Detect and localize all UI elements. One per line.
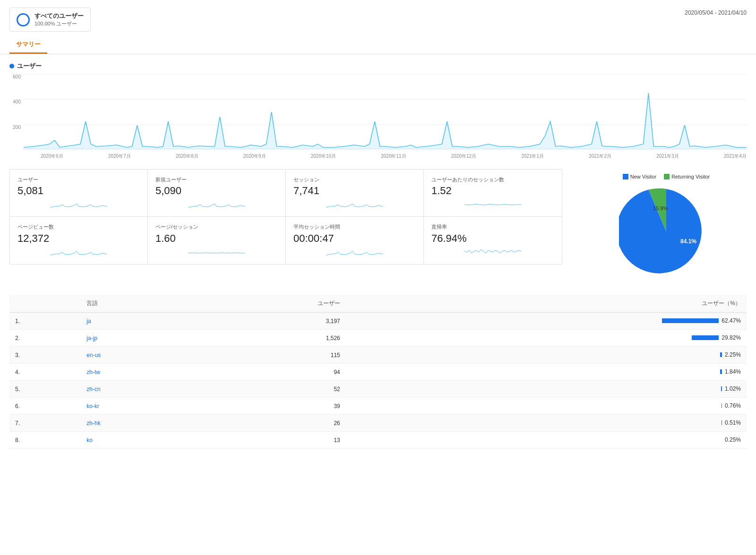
cell-rank: 5. bbox=[9, 381, 81, 398]
cell-rank: 4. bbox=[9, 364, 81, 381]
bar-wrap: 0.76% bbox=[722, 402, 741, 409]
cell-rank: 2. bbox=[9, 330, 81, 347]
cell-lang: zh-hk bbox=[81, 415, 194, 432]
lang-link-7[interactable]: ko bbox=[86, 437, 93, 444]
table-row: 2. ja-jp 1,526 29.82% bbox=[9, 330, 747, 347]
x-label-1: 2020年7月 bbox=[108, 153, 131, 160]
cell-pct: 1.84% bbox=[346, 364, 747, 381]
main-content: ユーザー 600 400 200 bbox=[0, 54, 756, 456]
metric-pageviews-title: ページビュー数 bbox=[17, 223, 140, 230]
pie-new-pct-label: 84.1% bbox=[680, 238, 696, 245]
bar-wrap: 1.84% bbox=[720, 368, 741, 375]
bar-wrap: 62.47% bbox=[662, 317, 741, 324]
metric-pageviews-value: 12,372 bbox=[17, 232, 140, 245]
cell-rank: 7. bbox=[9, 415, 81, 432]
chart-y-labels: 600 400 200 bbox=[9, 74, 24, 150]
cell-pct: 62.47% bbox=[346, 313, 747, 330]
cell-lang: en-us bbox=[81, 347, 194, 364]
metric-sessions-per-user: ユーザーあたりのセッション数 1.52 bbox=[424, 170, 562, 216]
lang-link-2[interactable]: en-us bbox=[86, 352, 101, 359]
bar-fill bbox=[662, 318, 719, 323]
table-row: 1. ja 3,197 62.47% bbox=[9, 313, 747, 330]
cell-users: 13 bbox=[195, 432, 346, 449]
cell-rank: 1. bbox=[9, 313, 81, 330]
lang-link-3[interactable]: zh-tw bbox=[86, 369, 100, 376]
metric-sessions-title: セッション bbox=[293, 176, 416, 183]
chart-legend-label: ユーザー bbox=[17, 62, 42, 70]
lang-link-5[interactable]: ko-kr bbox=[86, 403, 99, 410]
tab-summary[interactable]: サマリー bbox=[9, 36, 47, 54]
metric-pageviews: ページビュー数 12,372 bbox=[10, 217, 148, 264]
y-label-200: 200 bbox=[9, 125, 21, 130]
lang-link-6[interactable]: zh-hk bbox=[86, 420, 100, 427]
main-chart-svg bbox=[24, 74, 747, 150]
bar-fill bbox=[720, 352, 722, 357]
metric-bounce-rate-value: 76.94% bbox=[431, 232, 554, 245]
pie-section: New Visitor Returning Visitor 84.1% 15.9… bbox=[572, 169, 756, 283]
col-lang: 言語 bbox=[81, 295, 194, 313]
pie-legend-returning: Returning Visitor bbox=[664, 174, 710, 179]
metric-users: ユーザー 5,081 bbox=[10, 170, 148, 216]
metric-sessions-per-user-title: ユーザーあたりのセッション数 bbox=[431, 176, 554, 183]
x-label-9: 2021年3月 bbox=[656, 153, 679, 160]
cell-users: 39 bbox=[195, 398, 346, 415]
spark-bounce-rate bbox=[431, 247, 554, 256]
table-body: 1. ja 3,197 62.47% 2. ja-jp 1,526 29.82%… bbox=[9, 313, 747, 449]
pct-text: 0.51% bbox=[725, 419, 741, 426]
x-label-6: 2020年12月 bbox=[451, 153, 476, 160]
pie-legend: New Visitor Returning Visitor bbox=[623, 174, 710, 179]
y-label-400: 400 bbox=[9, 99, 21, 104]
cell-rank: 6. bbox=[9, 398, 81, 415]
cell-lang: ja-jp bbox=[81, 330, 194, 347]
metrics-bottom-row: ページビュー数 12,372 ページ/セッション 1.60 平均セッション時間 … bbox=[9, 217, 562, 264]
x-label-2: 2020年8月 bbox=[176, 153, 198, 160]
metric-pages-per-session-value: 1.60 bbox=[155, 232, 278, 245]
cell-users: 1,526 bbox=[195, 330, 346, 347]
chart-area: 600 400 200 2020年6月 bbox=[9, 74, 747, 160]
table-row: 4. zh-tw 94 1.84% bbox=[9, 364, 747, 381]
lang-link-4[interactable]: zh-cn bbox=[86, 386, 100, 393]
segment-icon bbox=[17, 13, 30, 26]
pct-text: 2.25% bbox=[725, 351, 741, 358]
bar-fill bbox=[722, 420, 722, 425]
metric-sessions: セッション 7,741 bbox=[286, 170, 424, 216]
bar-fill bbox=[692, 335, 719, 340]
lang-link-0[interactable]: ja bbox=[86, 318, 91, 324]
cell-pct: 0.76% bbox=[346, 398, 747, 415]
header: すべてのユーザー 100.00% ユーザー 2020/05/04 - 2021/… bbox=[0, 0, 756, 36]
pct-text: 29.82% bbox=[722, 334, 741, 341]
pie-returning-visitor-label: Returning Visitor bbox=[671, 174, 710, 179]
cell-pct: 1.02% bbox=[346, 381, 747, 398]
language-table: 言語 ユーザー ユーザー（%） 1. ja 3,197 62.47% 2. ja… bbox=[9, 295, 747, 449]
table-header-row: 言語 ユーザー ユーザー（%） bbox=[9, 295, 747, 313]
cell-users: 26 bbox=[195, 415, 346, 432]
x-labels: 2020年6月 2020年7月 2020年8月 2020年9月 2020年10月… bbox=[24, 153, 747, 160]
metric-sessions-per-user-value: 1.52 bbox=[431, 185, 554, 197]
spark-new-users bbox=[155, 199, 278, 208]
cell-users: 115 bbox=[195, 347, 346, 364]
date-range: 2020/05/04 - 2021/04/10 bbox=[685, 8, 747, 16]
spark-pages-per-session bbox=[155, 247, 278, 256]
pct-text: 0.76% bbox=[725, 402, 741, 409]
metric-pages-per-session: ページ/セッション 1.60 bbox=[148, 217, 286, 264]
bar-wrap: 29.82% bbox=[692, 334, 741, 341]
spark-sessions bbox=[293, 199, 416, 208]
pct-text: 62.47% bbox=[722, 317, 741, 324]
cell-rank: 8. bbox=[9, 432, 81, 449]
metric-pages-per-session-title: ページ/セッション bbox=[155, 223, 278, 230]
bar-wrap: 2.25% bbox=[720, 351, 741, 358]
segment-badge[interactable]: すべてのユーザー 100.00% ユーザー bbox=[9, 8, 91, 32]
chart-svg-wrap: 2020年6月 2020年7月 2020年8月 2020年9月 2020年10月… bbox=[24, 74, 747, 160]
x-label-0: 2020年6月 bbox=[41, 153, 63, 160]
metric-avg-session-duration-title: 平均セッション時間 bbox=[293, 223, 416, 230]
cell-pct: 0.25% bbox=[346, 432, 747, 449]
col-pct: ユーザー（%） bbox=[346, 295, 747, 313]
bar-fill bbox=[721, 386, 722, 391]
pct-text: 1.84% bbox=[725, 368, 741, 375]
pie-returning-visitor-color bbox=[664, 174, 670, 179]
segment-title: すべてのユーザー bbox=[34, 12, 84, 20]
table-row: 6. ko-kr 39 0.76% bbox=[9, 398, 747, 415]
lang-link-1[interactable]: ja-jp bbox=[86, 335, 97, 342]
x-label-10: 2021年4月 bbox=[724, 153, 747, 160]
bar-wrap: 1.02% bbox=[721, 385, 741, 392]
